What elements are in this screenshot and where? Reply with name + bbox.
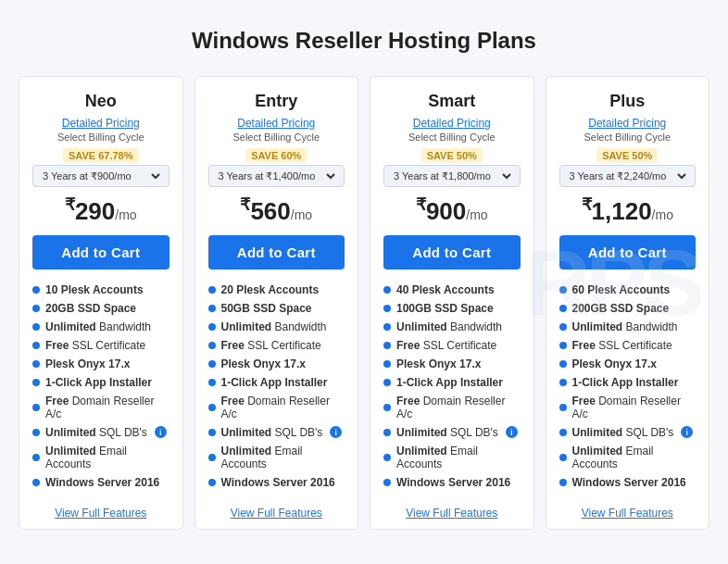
billing-selector-plus[interactable]: 3 Years at ₹2,240/mo [559,165,697,187]
feature-dot-neo-4 [32,360,40,368]
feature-text-plus-7: Unlimited SQL DB's [572,426,674,439]
billing-select-smart[interactable]: 3 Years at ₹1,800/mo [390,169,514,182]
info-icon-smart-7[interactable]: i [506,426,518,438]
info-icon-entry-7[interactable]: i [330,426,342,438]
feature-item-neo-6: Free Domain Reseller A/c [32,392,169,423]
price-display-smart: ₹900/mo [416,194,488,226]
billing-selector-smart[interactable]: 3 Years at ₹1,800/mo [383,165,521,187]
feature-item-plus-4: Plesk Onyx 17.x [559,355,697,373]
billing-selector-neo[interactable]: 3 Years at ₹900/mo [32,165,169,187]
feature-text-neo-9: Windows Server 2016 [45,476,159,489]
save-badge-neo: SAVE 67.78% [63,148,139,163]
billing-select-plus[interactable]: 3 Years at ₹2,240/mo [566,169,690,182]
feature-dot-plus-3 [559,342,567,349]
feature-item-entry-2: Unlimited Bandwidth [208,318,345,336]
feature-item-entry-8: Unlimited Email Accounts [208,442,345,473]
feature-dot-neo-0 [32,286,40,294]
info-icon-neo-7[interactable]: i [155,426,167,438]
plan-name-smart: Smart [428,92,475,111]
feature-dot-plus-6 [559,404,567,411]
view-features-link-plus[interactable]: View Full Features [582,501,673,520]
feature-text-entry-0: 20 Plesk Accounts [221,283,320,296]
feature-item-entry-6: Free Domain Reseller A/c [208,392,345,423]
feature-item-plus-0: 60 Plesk Accounts [559,281,697,299]
detail-pricing-link-neo[interactable]: Detailed Pricing [62,117,140,130]
view-features-link-neo[interactable]: View Full Features [55,501,146,520]
billing-cycle-label-entry: Select Billing Cycle [232,132,320,143]
feature-dot-neo-2 [32,323,40,331]
detail-pricing-link-plus[interactable]: Detailed Pricing [588,117,666,130]
add-to-cart-button-plus[interactable]: Add to Cart [559,235,697,269]
feature-dot-plus-9 [559,479,567,486]
feature-item-plus-8: Unlimited Email Accounts [559,442,697,473]
billing-select-entry[interactable]: 3 Years at ₹1,400/mo [215,169,339,182]
feature-dot-smart-6 [383,404,391,411]
feature-text-neo-5: 1-Click App Installer [45,376,152,389]
feature-dot-smart-8 [383,454,391,461]
feature-dot-neo-9 [32,479,40,486]
features-list-smart: 40 Plesk Accounts100GB SSD SpaceUnlimite… [383,281,521,492]
feature-text-smart-8: Unlimited Email Accounts [396,445,521,470]
feature-item-entry-1: 50GB SSD Space [208,299,345,318]
feature-item-neo-1: 20GB SSD Space [32,299,169,318]
feature-text-plus-9: Windows Server 2016 [572,476,686,489]
feature-item-neo-8: Unlimited Email Accounts [32,442,169,473]
rupee-symbol-entry: ₹ [240,195,250,214]
feature-item-plus-9: Windows Server 2016 [559,473,697,492]
per-mo-entry: /mo [291,207,312,222]
feature-text-entry-7: Unlimited SQL DB's [221,426,323,439]
features-list-neo: 10 Plesk Accounts20GB SSD SpaceUnlimited… [32,281,169,492]
feature-dot-neo-3 [32,342,40,349]
feature-dot-smart-2 [383,323,391,331]
feature-text-smart-1: 100GB SSD Space [396,302,494,315]
feature-dot-entry-6 [208,404,216,411]
add-to-cart-button-smart[interactable]: Add to Cart [383,235,521,269]
feature-text-plus-4: Plesk Onyx 17.x [572,357,657,370]
feature-dot-neo-5 [32,379,40,386]
feature-dot-entry-0 [208,286,216,294]
feature-dot-entry-7 [208,429,216,436]
feature-item-smart-9: Windows Server 2016 [383,473,521,492]
feature-dot-neo-8 [32,454,40,461]
feature-item-neo-7: Unlimited SQL DB'si [32,423,169,442]
feature-dot-plus-4 [559,360,567,368]
add-to-cart-button-entry[interactable]: Add to Cart [208,235,345,269]
feature-text-entry-2: Unlimited Bandwidth [221,320,327,333]
feature-text-smart-3: Free SSL Certificate [396,339,496,352]
feature-text-entry-5: 1-Click App Installer [221,376,328,389]
plan-name-plus: Plus [609,92,645,111]
feature-item-entry-5: 1-Click App Installer [208,373,345,392]
feature-text-neo-3: Free SSL Certificate [45,339,145,352]
feature-item-plus-3: Free SSL Certificate [559,336,697,355]
feature-item-smart-2: Unlimited Bandwidth [383,318,521,336]
billing-cycle-label-plus: Select Billing Cycle [584,132,671,143]
info-icon-plus-7[interactable]: i [681,426,693,438]
feature-dot-entry-8 [208,454,216,461]
feature-dot-neo-6 [32,404,40,411]
feature-item-neo-3: Free SSL Certificate [32,336,169,355]
feature-item-neo-5: 1-Click App Installer [32,373,169,392]
feature-text-plus-8: Unlimited Email Accounts [572,445,697,470]
feature-text-plus-2: Unlimited Bandwidth [572,320,678,333]
plan-card-entry: EntryDetailed PricingSelect Billing Cycl… [195,76,359,530]
feature-item-entry-7: Unlimited SQL DB'si [208,423,345,442]
feature-dot-entry-9 [208,479,216,486]
save-badge-smart: SAVE 50% [421,148,483,163]
add-to-cart-button-neo[interactable]: Add to Cart [32,235,169,269]
feature-dot-entry-3 [208,342,216,349]
feature-text-plus-0: 60 Plesk Accounts [572,283,671,296]
feature-text-entry-9: Windows Server 2016 [221,476,335,489]
feature-item-plus-5: 1-Click App Installer [559,373,697,392]
view-features-link-smart[interactable]: View Full Features [406,501,497,520]
rupee-symbol-smart: ₹ [416,195,426,214]
feature-dot-smart-0 [383,286,391,294]
save-badge-entry: SAVE 60% [245,148,307,163]
billing-selector-entry[interactable]: 3 Years at ₹1,400/mo [208,165,345,187]
detail-pricing-link-entry[interactable]: Detailed Pricing [237,117,315,130]
feature-item-plus-1: 200GB SSD Space [559,299,697,318]
features-list-plus: 60 Plesk Accounts200GB SSD SpaceUnlimite… [559,281,697,492]
view-features-link-entry[interactable]: View Full Features [231,501,322,520]
billing-select-neo[interactable]: 3 Years at ₹900/mo [39,169,163,182]
detail-pricing-link-smart[interactable]: Detailed Pricing [413,117,491,130]
feature-item-neo-2: Unlimited Bandwidth [32,318,169,336]
